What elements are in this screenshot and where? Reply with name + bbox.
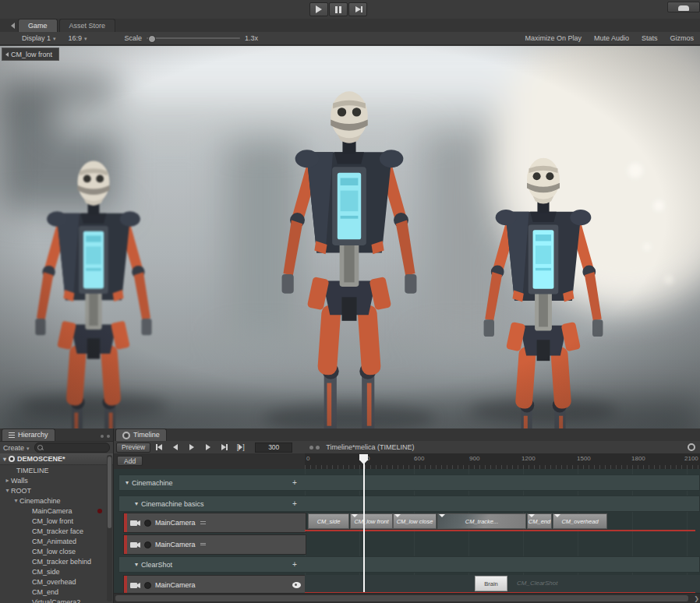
timeline-clip[interactable]: CM_low front — [350, 513, 393, 529]
timeline-clip[interactable]: CM_overhead — [553, 513, 607, 529]
timeline-play-button[interactable] — [183, 443, 200, 453]
hierarchy-item[interactable]: ▾ ROOT — [0, 485, 113, 495]
track-group-clearshot[interactable]: ▾ ClearShot + — [118, 556, 700, 573]
track-header-maincamera-1[interactable]: MainCamera — [123, 513, 306, 533]
game-toolbar-button[interactable]: Stats — [635, 32, 664, 44]
hierarchy-item[interactable]: CM_tracker face — [0, 526, 113, 536]
search-input[interactable] — [34, 443, 110, 453]
hierarchy-scrollbar[interactable] — [107, 455, 112, 601]
play-button[interactable] — [309, 2, 328, 16]
timeline-clip-selected[interactable]: Brain — [475, 576, 507, 591]
hierarchy-item-label: CM_low close — [32, 548, 76, 555]
record-toggle[interactable] — [144, 520, 151, 527]
foldout-icon[interactable]: ▾ — [126, 479, 129, 486]
timeline-clip[interactable]: CM_end — [527, 513, 552, 529]
next-frame-button[interactable] — [200, 443, 216, 453]
timeline-clip[interactable]: CM_low close — [393, 513, 437, 529]
display-dropdown[interactable]: Display 1▾ — [16, 32, 62, 44]
view-tab[interactable]: Asset Store — [59, 19, 116, 32]
hierarchy-item[interactable]: VirtualCamera2 — [0, 597, 113, 603]
goto-end-button[interactable] — [216, 443, 232, 453]
track-lane-clearshot: Brain CM_ClearShot — [305, 575, 700, 594]
preview-toggle[interactable]: Preview — [116, 443, 150, 453]
view-tab[interactable]: Game — [18, 19, 58, 32]
create-dropdown[interactable]: Create▾ — [3, 444, 30, 452]
track-header-maincamera-2[interactable]: MainCamera — [123, 534, 306, 555]
hierarchy-tab-label: Hierarchy — [18, 429, 48, 441]
timeline-clip[interactable]: CM_tracke... — [437, 513, 526, 529]
collab-button[interactable] — [667, 2, 700, 12]
step-button[interactable] — [348, 2, 367, 16]
frame-number-field[interactable]: 300 — [255, 443, 292, 453]
game-toolbar-button[interactable]: Maximize On Play — [518, 32, 588, 44]
hierarchy-item[interactable]: CM_low close — [0, 546, 113, 556]
record-toggle[interactable] — [144, 582, 151, 589]
track-menu-icon[interactable] — [200, 543, 206, 547]
bracket-icon: ] — [242, 443, 245, 451]
game-toolbar-button[interactable]: Gizmos — [663, 32, 700, 44]
chevron-left-icon — [5, 52, 9, 57]
add-in-group-icon[interactable]: + — [292, 478, 297, 487]
hierarchy-tabbar: Hierarchy — [0, 428, 113, 442]
hierarchy-item[interactable]: CM_side — [0, 566, 113, 577]
hierarchy-item[interactable]: CM_low front — [0, 516, 113, 526]
hierarchy-item[interactable]: CM_tracker behind — [0, 556, 113, 566]
scale-slider-knob[interactable] — [148, 35, 156, 43]
hierarchy-item[interactable]: TIMELINE — [0, 465, 113, 475]
foldout-icon[interactable]: ▸ — [4, 477, 11, 484]
add-in-group-icon[interactable]: + — [292, 499, 297, 508]
foldout-icon[interactable]: ▾ — [12, 497, 19, 504]
ruler-tick-label: 1500 — [577, 455, 591, 462]
hierarchy-panel: Hierarchy Create▾ ▾ DEMOSCENE* — [0, 428, 114, 603]
clock-icon — [122, 432, 130, 439]
hierarchy-item[interactable]: ▸ Walls — [0, 475, 113, 485]
timeline-hscrollbar[interactable]: ❯ — [114, 593, 700, 603]
hierarchy-item-label: CM_end — [32, 588, 58, 596]
timeline-clip[interactable]: CM_side — [308, 513, 349, 529]
prev-frame-button[interactable] — [167, 443, 183, 453]
track-menu-icon[interactable] — [200, 521, 206, 525]
panel-options-icon[interactable] — [101, 435, 110, 438]
track-group-cinemachine[interactable]: ▾ Cinemachine + — [118, 474, 700, 491]
pause-button[interactable] — [329, 2, 348, 16]
track-header-maincamera-3[interactable]: MainCamera — [123, 575, 306, 594]
prev-icon — [173, 444, 178, 450]
hierarchy-item[interactable]: MainCamera — [0, 506, 113, 516]
scrollbar-thumb[interactable] — [115, 595, 688, 601]
gear-icon[interactable] — [688, 443, 695, 451]
chevron-down-icon: ▾ — [53, 36, 56, 41]
hierarchy-item[interactable]: ▾ Cinemachine — [0, 495, 113, 506]
game-view-toolbar: Display 1▾ 16:9▾ Scale 1.3x Maximize On … — [0, 32, 700, 45]
scale-slider[interactable] — [147, 37, 240, 39]
tab-timeline[interactable]: Timeline — [115, 428, 167, 441]
chevron-down-icon: ▾ — [84, 36, 87, 41]
hierarchy-item-label: ROOT — [11, 487, 31, 495]
tab-hierarchy[interactable]: Hierarchy — [2, 428, 55, 441]
foldout-icon[interactable]: ▾ — [135, 500, 138, 507]
hierarchy-item[interactable]: CM_Animated — [0, 536, 113, 546]
pane-menu-icon[interactable] — [11, 23, 15, 29]
scene-header[interactable]: ▾ DEMOSCENE* — [0, 453, 113, 465]
breadcrumb-icons[interactable] — [309, 446, 320, 450]
add-track-button[interactable]: Add — [117, 456, 143, 466]
timeline-breadcrumb[interactable]: Timeline*melica (TIMELINE) — [326, 443, 414, 451]
vcam-overlay-tab[interactable]: CM_low front — [2, 48, 59, 61]
play-range-button[interactable]: [] — [232, 443, 249, 453]
cm-ghost-icon[interactable] — [292, 582, 301, 588]
hierarchy-item-label: TIMELINE — [16, 467, 49, 474]
scroll-right-icon[interactable]: ❯ — [694, 595, 699, 602]
timeline-tab-label: Timeline — [133, 429, 160, 441]
aspect-dropdown[interactable]: 16:9▾ — [62, 32, 94, 44]
hierarchy-item[interactable]: CM_end — [0, 587, 113, 597]
scrollbar-thumb[interactable] — [108, 457, 111, 528]
hierarchy-item[interactable]: CM_overhead — [0, 577, 113, 587]
track-group-cinemachine-basics[interactable]: ▾ Cinemachine basics + — [118, 495, 700, 512]
foldout-icon[interactable]: ▾ — [135, 561, 138, 568]
game-toolbar-button[interactable]: Mute Audio — [588, 32, 635, 44]
foldout-icon: ▾ — [3, 456, 6, 463]
foldout-icon[interactable]: ▾ — [4, 487, 11, 494]
add-in-group-icon[interactable]: + — [292, 560, 297, 569]
record-toggle[interactable] — [144, 541, 151, 548]
goto-start-button[interactable] — [150, 443, 167, 453]
list-icon — [9, 432, 15, 438]
